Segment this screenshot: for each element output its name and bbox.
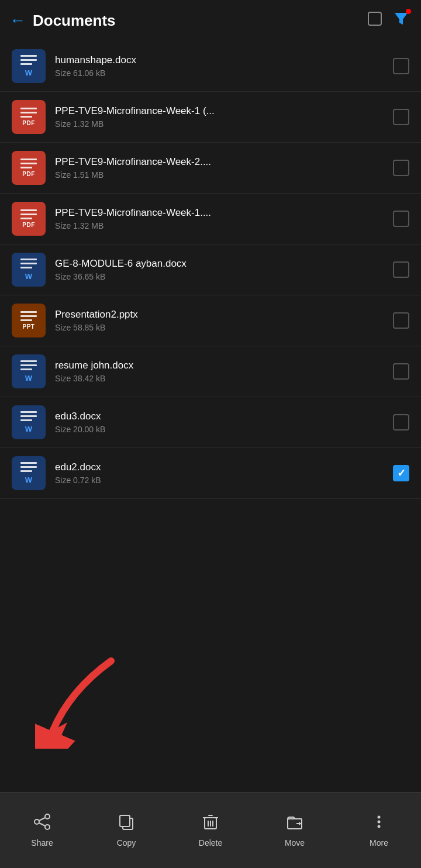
file-checkbox[interactable] bbox=[393, 363, 409, 380]
file-type-icon: PDF bbox=[12, 202, 46, 236]
filter-dot bbox=[406, 9, 411, 14]
bottom-toolbar: Share Copy Delete bbox=[0, 792, 421, 868]
list-item[interactable]: PDFPPE-TVE9-Microfinance-Week-2....Size … bbox=[0, 143, 421, 194]
move-button[interactable]: Move bbox=[253, 793, 337, 868]
file-size: Size 58.85 kB bbox=[55, 323, 386, 332]
header-actions bbox=[367, 11, 409, 30]
file-checkbox[interactable] bbox=[393, 211, 409, 227]
file-name: PPE-TVE9-Microfinance-Week-2.... bbox=[55, 156, 386, 168]
file-size: Size 1.51 MB bbox=[55, 170, 386, 180]
file-size: Size 36.65 kB bbox=[55, 272, 386, 281]
svg-point-6 bbox=[45, 825, 50, 829]
svg-point-22 bbox=[378, 825, 381, 828]
file-size: Size 20.00 kB bbox=[55, 425, 386, 434]
file-info: PPE-TVE9-Microfinance-Week-1....Size 1.3… bbox=[55, 207, 386, 230]
file-checkbox[interactable] bbox=[393, 312, 409, 329]
file-name: resume john.docx bbox=[55, 360, 386, 371]
svg-line-7 bbox=[39, 818, 45, 821]
delete-icon bbox=[202, 813, 219, 835]
file-info: PPE-TVE9-Microfinance-Week-1 (...Size 1.… bbox=[55, 105, 386, 129]
file-checkbox[interactable] bbox=[393, 414, 409, 430]
list-item[interactable]: Whumanshape.docxSize 61.06 kB bbox=[0, 41, 421, 92]
file-type-icon: PPT bbox=[12, 304, 46, 337]
file-name: edu2.docx bbox=[55, 461, 386, 473]
more-icon bbox=[370, 813, 388, 835]
list-item[interactable]: Wresume john.docxSize 38.42 kB bbox=[0, 346, 421, 397]
file-name: edu3.docx bbox=[55, 411, 386, 422]
copy-icon bbox=[118, 813, 135, 835]
file-size: Size 0.72 kB bbox=[55, 476, 386, 485]
file-list: Whumanshape.docxSize 61.06 kBPDFPPE-TVE9… bbox=[0, 41, 421, 499]
file-type-icon: W bbox=[12, 253, 46, 287]
file-name: PPE-TVE9-Microfinance-Week-1 (... bbox=[55, 105, 386, 117]
file-size: Size 61.06 kB bbox=[55, 68, 386, 78]
file-type-icon: W bbox=[12, 405, 46, 439]
svg-point-21 bbox=[378, 821, 381, 824]
file-info: PPE-TVE9-Microfinance-Week-2....Size 1.5… bbox=[55, 156, 386, 180]
copy-button[interactable]: Copy bbox=[84, 793, 168, 868]
file-size: Size 1.32 MB bbox=[55, 119, 386, 129]
file-info: humanshape.docxSize 61.06 kB bbox=[55, 54, 386, 78]
file-type-icon: PDF bbox=[12, 100, 46, 134]
file-checkbox[interactable] bbox=[393, 465, 409, 481]
list-item[interactable]: Wedu3.docxSize 20.00 kB bbox=[0, 397, 421, 448]
svg-point-20 bbox=[378, 816, 381, 819]
file-name: Presentation2.pptx bbox=[55, 309, 386, 321]
share-button[interactable]: Share bbox=[0, 793, 84, 868]
file-info: Presentation2.pptxSize 58.85 kB bbox=[55, 309, 386, 332]
back-button[interactable]: ← bbox=[9, 12, 26, 29]
move-label: Move bbox=[285, 838, 305, 848]
file-checkbox[interactable] bbox=[393, 261, 409, 278]
svg-marker-1 bbox=[395, 13, 408, 25]
file-info: edu3.docxSize 20.00 kB bbox=[55, 411, 386, 434]
delete-label: Delete bbox=[199, 838, 222, 848]
svg-marker-3 bbox=[41, 722, 67, 749]
filter-button[interactable] bbox=[393, 11, 409, 30]
list-item[interactable]: PPTPresentation2.pptxSize 58.85 kB bbox=[0, 295, 421, 346]
list-item[interactable]: PDFPPE-TVE9-Microfinance-Week-1....Size … bbox=[0, 194, 421, 244]
delete-button[interactable]: Delete bbox=[168, 793, 253, 868]
svg-point-5 bbox=[34, 819, 39, 824]
svg-line-8 bbox=[39, 823, 45, 826]
header: ← Documents bbox=[0, 0, 421, 41]
arrow-overlay bbox=[35, 655, 129, 751]
file-name: PPE-TVE9-Microfinance-Week-1.... bbox=[55, 207, 386, 219]
file-size: Size 38.42 kB bbox=[55, 374, 386, 383]
copy-label: Copy bbox=[117, 838, 136, 848]
page-title: Documents bbox=[33, 12, 367, 30]
svg-point-4 bbox=[45, 814, 50, 819]
file-checkbox[interactable] bbox=[393, 58, 409, 74]
file-type-icon: PDF bbox=[12, 151, 46, 185]
list-item[interactable]: Wedu2.docxSize 0.72 kB bbox=[0, 448, 421, 499]
file-name: humanshape.docx bbox=[55, 54, 386, 66]
svg-rect-0 bbox=[368, 12, 381, 25]
share-icon bbox=[33, 813, 51, 835]
file-type-icon: W bbox=[12, 49, 46, 83]
share-label: Share bbox=[31, 838, 53, 848]
file-checkbox[interactable] bbox=[393, 109, 409, 125]
more-button[interactable]: More bbox=[337, 793, 421, 868]
move-icon bbox=[286, 813, 303, 835]
file-checkbox[interactable] bbox=[393, 160, 409, 176]
file-size: Size 1.32 MB bbox=[55, 221, 386, 230]
more-label: More bbox=[370, 838, 388, 848]
file-type-icon: W bbox=[12, 456, 46, 490]
file-info: resume john.docxSize 38.42 kB bbox=[55, 360, 386, 383]
file-info: edu2.docxSize 0.72 kB bbox=[55, 461, 386, 485]
file-name: GE-8-MODULE-6 ayban.docx bbox=[55, 258, 386, 270]
select-all-button[interactable] bbox=[367, 11, 382, 30]
list-item[interactable]: PDFPPE-TVE9-Microfinance-Week-1 (...Size… bbox=[0, 92, 421, 143]
list-item[interactable]: WGE-8-MODULE-6 ayban.docxSize 36.65 kB bbox=[0, 244, 421, 295]
file-info: GE-8-MODULE-6 ayban.docxSize 36.65 kB bbox=[55, 258, 386, 281]
file-type-icon: W bbox=[12, 354, 46, 388]
svg-rect-10 bbox=[120, 815, 130, 826]
